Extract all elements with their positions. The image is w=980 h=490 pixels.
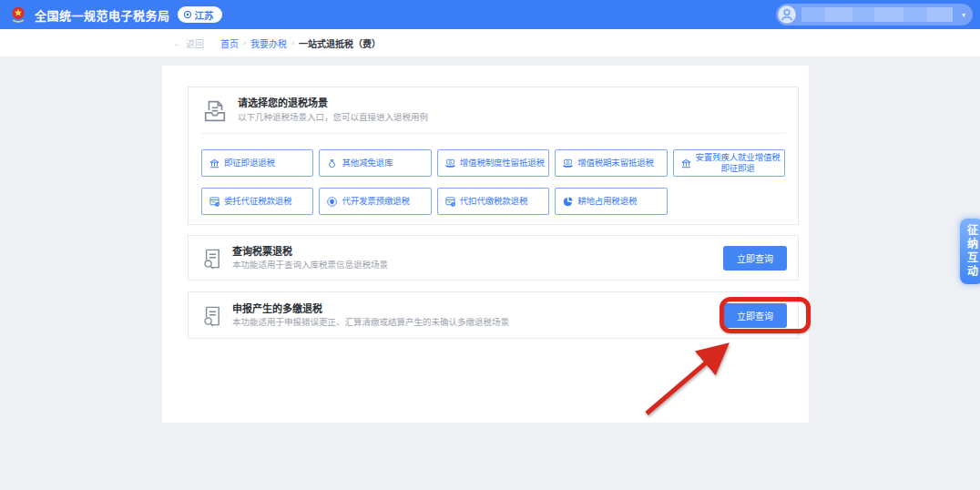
scenario-button-vat-period-end-credit-refund[interactable]: 增值税期末留抵退税	[555, 149, 667, 177]
scenario-button-vat-institutional-credit-refund[interactable]: 增值税制度性留抵退税	[437, 149, 549, 177]
scenario-card-title: 请选择您的退税场景	[238, 96, 428, 111]
bank-icon	[209, 158, 220, 169]
scenario-button-disabled-employment-vat-refund[interactable]: 安置残疾人就业增值税 即征即退	[673, 149, 785, 177]
scenario-button-label: 耕地占用税退税	[577, 196, 637, 207]
breadcrumb: 首页 › 我要办税 › 一站式退抵税（费）	[220, 36, 381, 50]
query-card-subtitle: 本功能适用于查询入库税票信息退税场景	[232, 259, 714, 271]
location-pin-icon	[183, 10, 192, 19]
breadcrumb-separator: ›	[291, 38, 294, 47]
scenario-button-label: 委托代征税款退税	[224, 196, 291, 207]
back-arrow-icon: ←	[173, 38, 182, 48]
document-search-icon	[201, 246, 223, 271]
tax-receipt-query-card: 查询税票退税 本功能适用于查询入库税票信息退税场景 立即查询	[188, 235, 799, 281]
scenario-button-withholding-refund[interactable]: 代扣代缴税款退税	[437, 188, 549, 215]
query-card-subtitle: 本功能适用于申报错误更正、汇算清缴或结算产生的未确认多缴退税场景	[232, 316, 714, 329]
scenario-card-subtitle: 以下几种退税场景入口，您可以直接进入退税用例	[238, 111, 428, 124]
app-title: 全国统一规范电子税务局	[35, 6, 170, 24]
invoice-icon	[209, 196, 220, 208]
document-tray-icon	[201, 97, 229, 125]
query-card-title: 查询税票退税	[232, 244, 714, 260]
breadcrumb-separator: ›	[243, 38, 246, 47]
scenario-button-label: 代扣代缴税款退税	[460, 196, 527, 207]
tax-interaction-label: 征纳互动	[965, 224, 980, 279]
land-icon	[562, 196, 574, 208]
breadcrumb-home[interactable]: 首页	[220, 36, 239, 50]
scenario-buttons-row-2: 委托代征税款退税 代开发票预缴退税 代扣代缴税款退税	[201, 188, 785, 215]
breadcrumb-tax-services[interactable]: 我要办税	[250, 36, 287, 50]
breadcrumb-current-page: 一站式退抵税（费）	[299, 36, 381, 50]
scenario-button-label: 安置残疾人就业增值税 即征即退	[696, 152, 781, 174]
user-avatar-icon	[778, 5, 796, 24]
shield-icon	[326, 196, 338, 208]
refund-scenario-card: 请选择您的退税场景 以下几种退税场景入口，您可以直接进入退税用例 即征即退退税	[188, 87, 799, 225]
tax-interaction-floating-tab[interactable]: 征纳互动	[960, 219, 980, 284]
scenario-button-label: 即征即退退税	[224, 158, 275, 168]
money-bag-icon	[326, 158, 338, 169]
divider	[201, 133, 785, 134]
banknotes-icon	[562, 158, 574, 169]
breadcrumb-bar: ← 返回 首页 › 我要办税 › 一站式退抵税（费）	[0, 29, 980, 56]
invoice-icon	[444, 196, 456, 208]
scenario-buttons-row-1: 即征即退退税 其他减免退库 增值税制度性留抵退税	[201, 149, 785, 177]
back-label: 返回	[186, 36, 204, 50]
query-now-button-highlighted[interactable]: 立即查询	[723, 303, 787, 328]
banknotes-icon	[444, 158, 456, 169]
document-search-icon	[201, 303, 223, 329]
scenario-button-invoice-prepaid-refund[interactable]: 代开发票预缴退税	[319, 188, 431, 215]
scenario-button-immediate-levy-refund[interactable]: 即征即退退税	[201, 149, 313, 177]
scenario-button-other-reduction-refund[interactable]: 其他减免退库	[319, 149, 431, 177]
query-now-button[interactable]: 立即查询	[723, 246, 787, 271]
back-button[interactable]: ← 返回	[173, 36, 204, 50]
user-account-menu[interactable]: ▾	[776, 4, 973, 26]
query-card-title: 申报产生的多缴退税	[232, 301, 714, 317]
scenario-button-label: 代开发票预缴退税	[342, 196, 409, 207]
main-content-panel: 请选择您的退税场景 以下几种退税场景入口，您可以直接进入退税用例 即征即退退税	[162, 66, 809, 423]
scenario-button-label: 其他减免退库	[342, 158, 393, 168]
location-label: 江苏	[195, 8, 214, 22]
scenario-button-label: 增值税期末留抵退税	[577, 158, 654, 168]
overpayment-refund-card: 申报产生的多缴退税 本功能适用于申报错误更正、汇算清缴或结算产生的未确认多缴退税…	[188, 291, 799, 339]
chevron-down-icon: ▾	[962, 11, 965, 19]
scenario-button-label: 增值税制度性留抵退税	[460, 158, 545, 168]
redacted-username	[801, 7, 956, 22]
location-selector[interactable]: 江苏	[178, 6, 222, 23]
bank-icon	[680, 158, 692, 169]
scenario-button-farmland-occupation-refund[interactable]: 耕地占用税退税	[555, 188, 667, 215]
scenario-button-entrusted-collection-refund[interactable]: 委托代征税款退税	[201, 188, 313, 215]
top-header: 全国统一规范电子税务局 江苏 ▾	[0, 0, 980, 29]
scenario-card-header: 请选择您的退税场景 以下几种退税场景入口，您可以直接进入退税用例	[201, 96, 785, 125]
page: 全国统一规范电子税务局 江苏 ▾ ← 返回	[0, 0, 980, 490]
tax-bureau-emblem-icon	[9, 5, 27, 24]
